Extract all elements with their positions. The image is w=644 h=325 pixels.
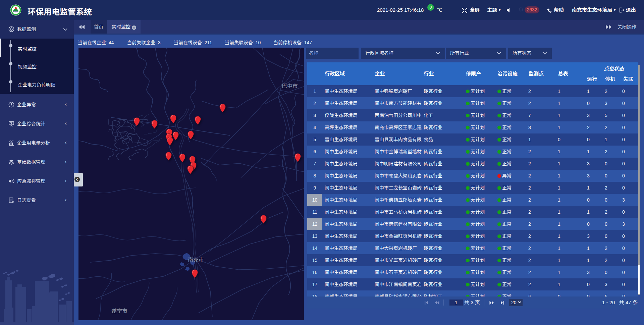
svg-text:巴中市: 巴中市	[282, 83, 298, 89]
svg-text:南充市: 南充市	[188, 257, 204, 263]
svg-text:遂宁市: 遂宁市	[111, 308, 127, 314]
